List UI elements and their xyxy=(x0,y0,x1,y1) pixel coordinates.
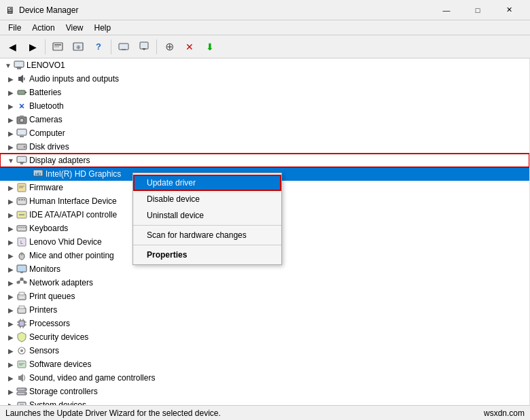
toggle-network: ▶ xyxy=(5,279,16,287)
toggle-keyboards: ▶ xyxy=(5,225,16,232)
back-button[interactable]: ◀ xyxy=(3,38,22,56)
icon-mice xyxy=(16,250,27,261)
scan-changes-button[interactable]: ⊕ xyxy=(69,38,88,56)
toggle-system: ▶ xyxy=(5,402,16,406)
tree-item-security[interactable]: ▶Security devices xyxy=(0,330,529,344)
toggle-mice: ▶ xyxy=(5,252,16,260)
svg-rect-55 xyxy=(19,297,24,298)
tree-item-sensors[interactable]: ▶Sensors xyxy=(0,344,529,357)
status-right-text: wsxdn.com xyxy=(484,408,525,418)
tree-root[interactable]: ▼ LENOVO1 xyxy=(0,58,529,72)
tree-item-printers[interactable]: ▶Printers xyxy=(0,303,529,317)
label-storage: Storage controllers xyxy=(29,387,98,396)
svg-rect-7 xyxy=(140,42,148,49)
svg-rect-40 xyxy=(24,227,26,228)
tree-item-system[interactable]: ▶System devices xyxy=(0,398,529,405)
toggle-sensors: ▶ xyxy=(5,347,16,355)
tree-item-software[interactable]: ▶Software devices xyxy=(0,357,529,371)
icon-printq xyxy=(16,291,27,302)
svg-rect-46 xyxy=(17,265,26,272)
toggle-sound: ▶ xyxy=(5,374,16,382)
toggle-displayadapters: ▼ xyxy=(5,157,16,164)
tree-item-storage[interactable]: ▶Storage controllers xyxy=(0,385,529,398)
icon-diskdrives xyxy=(16,141,27,152)
label-monitors: Monitors xyxy=(29,264,60,274)
properties-button[interactable] xyxy=(48,38,67,56)
svg-rect-38 xyxy=(20,227,22,228)
title-left: 🖥 Device Manager xyxy=(5,5,78,16)
icon-monitors xyxy=(16,264,27,275)
forward-button[interactable]: ▶ xyxy=(23,38,42,56)
main-area: ▼ LENOVO1 ▶Audio inputs and outputs▶Batt… xyxy=(0,58,530,405)
toggle-software: ▶ xyxy=(5,361,16,368)
svg-text:HD: HD xyxy=(35,172,41,176)
toolbar-separator-3 xyxy=(156,39,157,54)
icon-audio xyxy=(16,73,27,84)
update-driver-toolbar-button[interactable] xyxy=(135,38,154,56)
toggle-cameras: ▶ xyxy=(5,116,16,124)
ctx-item-scan-hardware[interactable]: Scan for hardware changes xyxy=(133,227,281,243)
help-button[interactable]: ? xyxy=(89,38,108,56)
ctx-item-uninstall-device[interactable]: Uninstall device xyxy=(133,207,281,224)
label-software: Software devices xyxy=(29,360,91,369)
ctx-item-disable-device[interactable]: Disable device xyxy=(133,191,281,207)
title-bar: 🖥 Device Manager — □ ✕ xyxy=(0,0,530,20)
minimize-button[interactable]: — xyxy=(431,0,462,20)
tree-item-network[interactable]: ▶Network adapters xyxy=(0,276,529,290)
svg-rect-22 xyxy=(17,156,26,162)
icon-hid xyxy=(16,196,27,207)
remove-hardware-button[interactable]: ✕ xyxy=(180,38,199,56)
tree-item-batteries[interactable]: ▶Batteries xyxy=(0,86,529,99)
svg-text:L: L xyxy=(20,240,23,245)
root-label: LENOVO1 xyxy=(26,60,65,70)
tree-item-sound[interactable]: ▶Sound, video and game controllers xyxy=(0,371,529,385)
svg-point-16 xyxy=(20,118,24,122)
ctx-item-update-driver[interactable]: Update driver xyxy=(133,175,281,191)
tree-item-printq[interactable]: ▶Print queues xyxy=(0,290,529,303)
svg-rect-39 xyxy=(22,227,24,228)
menu-help[interactable]: Help xyxy=(89,22,117,34)
menu-file[interactable]: File xyxy=(3,22,26,34)
svg-point-68 xyxy=(20,349,23,352)
menu-action[interactable]: Action xyxy=(26,22,60,34)
download-button[interactable]: ⬇ xyxy=(200,38,219,56)
computer-icon xyxy=(14,60,24,71)
close-button[interactable]: ✕ xyxy=(493,0,525,20)
title-buttons: — □ ✕ xyxy=(431,0,525,20)
svg-rect-57 xyxy=(19,306,24,309)
toggle-security: ▶ xyxy=(5,334,16,341)
label-lenovo: Lenovo Vhid Device xyxy=(29,237,102,247)
tree-item-bluetooth[interactable]: ▶Bluetooth xyxy=(0,99,529,113)
toggle-audio: ▶ xyxy=(5,75,16,83)
svg-rect-32 xyxy=(21,199,23,200)
icon-ide xyxy=(16,209,27,220)
tree-item-cameras[interactable]: ▶Cameras xyxy=(0,113,529,126)
svg-rect-49 xyxy=(17,281,20,283)
label-mice: Mice and other pointing xyxy=(29,251,114,260)
tree-item-audio[interactable]: ▶Audio inputs and outputs xyxy=(0,72,529,86)
label-bluetooth: Bluetooth xyxy=(29,101,64,111)
toggle-hid: ▶ xyxy=(5,198,16,205)
tree-item-displayadapters[interactable]: ▼Display adapters xyxy=(0,154,529,167)
svg-rect-48 xyxy=(20,278,23,280)
ctx-item-properties[interactable]: Properties xyxy=(133,247,281,263)
icon-intelhd: HD xyxy=(33,169,43,179)
toggle-printers: ▶ xyxy=(5,307,16,314)
label-displayadapters: Display adapters xyxy=(29,156,90,165)
add-hardware-button[interactable]: ⊕ xyxy=(160,38,179,56)
tree-panel[interactable]: ▼ LENOVO1 ▶Audio inputs and outputs▶Batt… xyxy=(0,58,530,405)
maximize-button[interactable]: □ xyxy=(462,0,493,20)
icon-security xyxy=(16,332,27,343)
svg-rect-37 xyxy=(18,227,20,228)
tree-item-processors[interactable]: ▶Processors xyxy=(0,317,529,330)
icon-sensors xyxy=(16,345,27,356)
tree-item-diskdrives[interactable]: ▶Disk drives xyxy=(0,140,529,154)
display-button[interactable] xyxy=(114,38,133,56)
svg-rect-50 xyxy=(24,281,26,283)
icon-firmware xyxy=(16,182,27,193)
tree-item-computer[interactable]: ▶Computer xyxy=(0,126,529,140)
toggle-firmware: ▶ xyxy=(5,184,16,192)
menu-view[interactable]: View xyxy=(60,22,89,34)
svg-rect-1 xyxy=(54,44,61,46)
toggle-computer: ▶ xyxy=(5,130,16,137)
